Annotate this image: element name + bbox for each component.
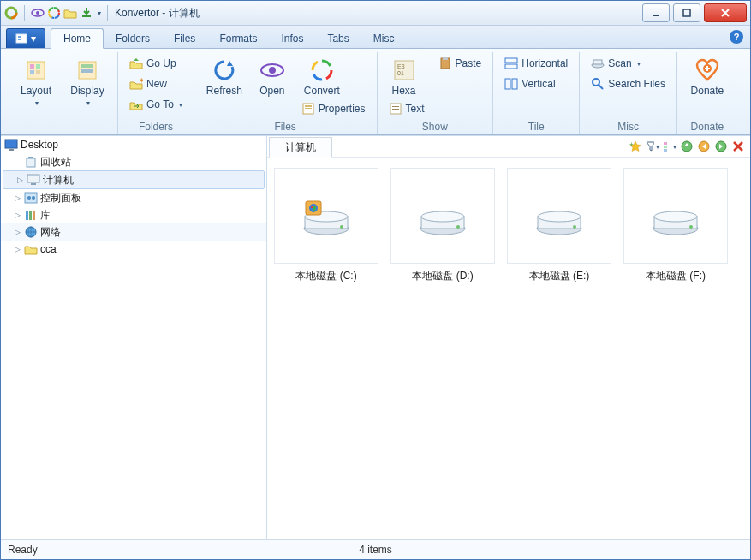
filter-icon[interactable]: ▾ [646, 140, 659, 153]
drive-label: 本地磁盘 (D:) [412, 269, 473, 283]
maximize-button[interactable] [673, 3, 700, 22]
svg-point-72 [340, 225, 343, 229]
group-label-files: Files [201, 119, 370, 134]
hexa-button[interactable]: E801 Hexa [384, 54, 424, 99]
tile-vertical-icon [504, 77, 518, 91]
folder-icon[interactable] [63, 6, 77, 20]
convert-icon [308, 57, 336, 84]
folder-tree[interactable]: Desktop 回收站▷计算机▷控制面板▷库▷网络▷cca [1, 136, 267, 539]
ribbon-group-view: Layout▾ Display▾ [6, 52, 118, 134]
svg-rect-65 [664, 149, 667, 152]
svg-rect-20 [81, 64, 93, 68]
tree-node-5[interactable]: ▷cca [1, 241, 266, 258]
item-grid[interactable]: 本地磁盘 (C:)本地磁盘 (D:)本地磁盘 (E:)本地磁盘 (F:) [267, 158, 750, 539]
layout-button[interactable]: Layout▾ [13, 54, 59, 111]
svg-rect-59 [33, 211, 35, 220]
text-button[interactable]: Text [384, 99, 429, 118]
new-button[interactable]: ✶New [125, 74, 187, 93]
qat-dropdown-icon[interactable]: ▾ [98, 9, 101, 17]
go-to-button[interactable]: Go To ▾ [125, 95, 187, 114]
file-menu-button[interactable]: ▾ [6, 28, 45, 48]
svg-rect-21 [81, 69, 93, 73]
tab-tabs[interactable]: Tabs [315, 29, 361, 48]
expand-icon[interactable]: ▷ [13, 194, 21, 202]
vertical-button[interactable]: Vertical [500, 74, 572, 93]
expand-icon[interactable]: ▷ [13, 245, 21, 253]
ribbon-group-misc: Scan ▾ Search Files Misc [580, 52, 677, 134]
group-label-folders: Folders [125, 119, 187, 134]
svg-rect-50 [9, 149, 14, 151]
scan-button[interactable]: Scan ▾ [587, 54, 670, 73]
drive-item-1[interactable]: 本地磁盘 (D:) [387, 168, 498, 283]
svg-rect-63 [664, 142, 667, 145]
svg-rect-31 [305, 108, 312, 109]
group-label-show: Show [384, 119, 486, 134]
sort-icon[interactable]: ▾ [663, 140, 676, 153]
window-title: Konvertor - 计算机 [115, 6, 200, 21]
tree-node-1[interactable]: ▷计算机 [3, 170, 265, 189]
properties-button[interactable]: Properties [297, 99, 370, 118]
expand-icon[interactable]: ▷ [13, 211, 21, 219]
tree-node-label: 控制面板 [40, 191, 81, 206]
svg-point-47 [593, 79, 599, 86]
nav-back-icon[interactable] [697, 140, 711, 153]
tab-misc[interactable]: Misc [361, 29, 407, 48]
drive-item-0[interactable]: 本地磁盘 (C:) [271, 168, 382, 283]
group-label-donate: Donate [684, 119, 730, 134]
close-button[interactable] [704, 3, 747, 22]
paste-button[interactable]: Paste [434, 54, 486, 73]
add-favorite-icon[interactable]: + [629, 140, 642, 153]
drive-icon [623, 168, 728, 264]
nav-up-icon[interactable] [680, 140, 694, 153]
minimize-button[interactable] [642, 3, 670, 22]
svg-rect-40 [443, 57, 448, 60]
nav-forward-icon[interactable] [714, 140, 728, 153]
tab-files[interactable]: Files [162, 29, 207, 48]
refresh-button[interactable]: Refresh [201, 54, 247, 99]
download-icon[interactable] [80, 6, 93, 20]
tree-node-2[interactable]: ▷控制面板 [1, 189, 266, 206]
paste-icon [438, 57, 452, 70]
help-button[interactable]: ? [730, 30, 743, 44]
heart-plus-icon [694, 57, 721, 84]
expand-icon[interactable]: ▷ [15, 176, 24, 184]
tab-formats[interactable]: Formats [207, 29, 269, 48]
svg-rect-53 [31, 183, 36, 185]
ribbon-group-show: E801 Hexa Text Paste Show [378, 52, 494, 134]
status-bar: Ready 4 items [1, 539, 750, 559]
svg-rect-43 [505, 79, 510, 89]
tree-node-4[interactable]: ▷网络 [1, 223, 266, 241]
display-button[interactable]: Display▾ [64, 54, 110, 111]
ribbon-group-folders: Go Up ✶New Go To ▾ Folders [118, 52, 194, 134]
folder-up-icon [129, 57, 143, 70]
go-up-button[interactable]: Go Up [125, 54, 187, 73]
breadcrumb-tab[interactable]: 计算机 [269, 137, 332, 158]
convert-button[interactable]: Convert [297, 54, 347, 99]
tree-node-0[interactable]: 回收站 [1, 153, 266, 170]
open-button[interactable]: Open [253, 54, 292, 99]
svg-text:+: + [629, 140, 634, 148]
drive-item-3[interactable]: 本地磁盘 (F:) [620, 168, 731, 283]
tab-folders[interactable]: Folders [104, 29, 162, 48]
scanner-icon [591, 57, 605, 70]
tab-home[interactable]: Home [51, 28, 104, 49]
close-tab-icon[interactable] [731, 140, 745, 153]
expand-icon[interactable]: ▷ [13, 228, 21, 236]
ribbon-group-donate: Donate Donate [677, 52, 737, 134]
layout-icon [22, 57, 50, 84]
tree-node-label: 网络 [40, 225, 61, 240]
tab-infos[interactable]: Infos [269, 29, 315, 48]
tree-node-3[interactable]: ▷库 [1, 206, 266, 223]
convert-swirl-icon[interactable] [47, 6, 61, 20]
horizontal-button[interactable]: Horizontal [500, 54, 572, 73]
status-left: Ready [8, 544, 38, 556]
app-window: ▾ Konvertor - 计算机 ▾ Home Folders Files F… [0, 0, 751, 560]
eye-icon[interactable] [31, 6, 45, 20]
search-files-button[interactable]: Search Files [587, 74, 670, 93]
drive-item-2[interactable]: 本地磁盘 (E:) [504, 168, 615, 283]
drive-label: 本地磁盘 (F:) [646, 269, 706, 283]
donate-button[interactable]: Donate [684, 54, 730, 99]
tree-node-label: 计算机 [43, 173, 74, 188]
tree-root-desktop[interactable]: Desktop [1, 136, 266, 153]
ribbon-group-files: Refresh Open Convert Properties Files [194, 52, 378, 134]
